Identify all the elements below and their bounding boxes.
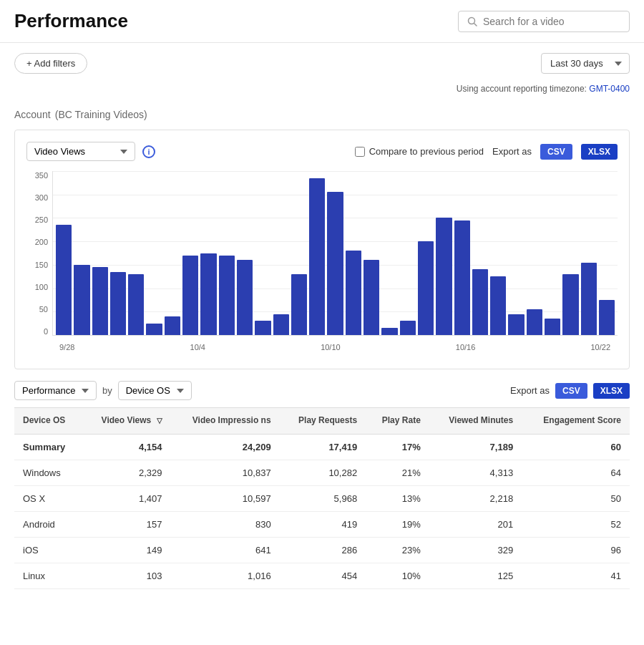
table-row: OS X1,40710,5975,96813%2,21850 — [14, 485, 630, 511]
chart-bar — [110, 272, 126, 335]
table-xlsx-button[interactable]: XLSX — [593, 383, 630, 399]
table-cell-video_views: 149 — [82, 537, 171, 563]
summary-cell-device_os: Summary — [14, 434, 82, 460]
table-cell-engagement_score: 96 — [522, 537, 630, 563]
col-header-engagement-score: Engagement Score — [522, 408, 630, 435]
account-section: Account (BC Training Videos) — [0, 101, 644, 130]
table-cell-play_requests: 10,282 — [280, 460, 366, 485]
summary-cell-video_views: 4,154 — [82, 434, 171, 460]
chart-bar — [454, 220, 470, 335]
svg-line-1 — [474, 23, 477, 26]
table-cell-play_requests: 419 — [280, 511, 366, 537]
search-icon — [467, 16, 477, 26]
table-cell-play_rate: 21% — [366, 460, 429, 485]
search-box[interactable] — [458, 11, 630, 32]
x-axis: 9/28 10/4 10/10 10/16 10/22 — [52, 337, 618, 357]
page-title: Performance — [14, 10, 128, 32]
chart-bar — [436, 218, 452, 335]
chart-bar — [508, 314, 524, 335]
chart-bar — [364, 260, 379, 335]
table-cell-video_impressions: 10,597 — [171, 485, 280, 511]
search-input[interactable] — [483, 16, 620, 27]
summary-row: Summary4,15424,20917,41917%7,18960 — [14, 434, 630, 460]
chart-bar — [346, 251, 361, 335]
table-cell-device_os: iOS — [14, 537, 82, 563]
metric-select[interactable]: Video Views Video Impressions Play Reque… — [26, 142, 135, 161]
table-cell-viewed_minutes: 4,313 — [429, 460, 522, 485]
col-header-video-impressions: Video Impressio ns — [171, 408, 280, 435]
chart-bar — [490, 276, 506, 335]
table-cell-video_views: 2,329 — [82, 460, 171, 485]
table-cell-device_os: Windows — [14, 460, 82, 485]
table-toolbar-right: Export as CSV XLSX — [510, 383, 630, 399]
page-header: Performance — [0, 0, 644, 43]
date-range-select[interactable]: Last 30 days Last 7 days Last 90 days Cu… — [541, 53, 630, 74]
table-cell-play_requests: 454 — [280, 563, 366, 588]
table-cell-video_impressions: 830 — [171, 511, 280, 537]
table-cell-viewed_minutes: 201 — [429, 511, 522, 537]
chart-bar — [581, 263, 597, 335]
table-cell-device_os: Android — [14, 511, 82, 537]
chart-bar — [165, 316, 180, 335]
chart-bar — [381, 328, 397, 335]
table-cell-play_rate: 10% — [366, 563, 429, 588]
col-header-device-os: Device OS — [14, 408, 82, 435]
toolbar: + Add filters Last 30 days Last 7 days L… — [0, 43, 644, 84]
summary-cell-play_requests: 17,419 — [280, 434, 366, 460]
table-row: Windows2,32910,83710,28221%4,31364 — [14, 460, 630, 485]
chart-csv-button[interactable]: CSV — [540, 144, 572, 160]
table-cell-video_impressions: 641 — [171, 537, 280, 563]
table-cell-play_requests: 286 — [280, 537, 366, 563]
compare-checkbox[interactable] — [355, 147, 365, 157]
chart-bar — [418, 241, 434, 335]
bar-chart: 350 300 250 200 150 100 50 0 9/28 10/4 1… — [26, 171, 618, 357]
data-table: Device OS Video Views ▽ Video Impressio … — [14, 407, 630, 589]
chart-bar — [56, 225, 72, 335]
table-row: Android15783041919%20152 — [14, 511, 630, 537]
timezone-link[interactable]: GMT-0400 — [589, 84, 630, 94]
summary-cell-play_rate: 17% — [366, 434, 429, 460]
summary-cell-video_impressions: 24,209 — [171, 434, 280, 460]
chart-bar — [527, 309, 542, 335]
chart-xlsx-button[interactable]: XLSX — [581, 144, 618, 160]
chart-bar — [545, 319, 560, 335]
table-cell-device_os: OS X — [14, 485, 82, 511]
summary-cell-viewed_minutes: 7,189 — [429, 434, 522, 460]
add-filters-button[interactable]: + Add filters — [14, 53, 87, 74]
chart-controls: Video Views Video Impressions Play Reque… — [26, 142, 618, 161]
table-csv-button[interactable]: CSV — [555, 383, 587, 399]
col-header-video-views[interactable]: Video Views ▽ — [82, 408, 171, 435]
col-header-viewed-minutes: Viewed Minutes — [429, 408, 522, 435]
chart-controls-right: Compare to previous period Export as CSV… — [355, 144, 618, 160]
dimension-select[interactable]: Device OS Browser Country Day Video — [118, 381, 192, 400]
info-icon[interactable]: i — [142, 145, 155, 158]
timezone-bar: Using account reporting timezone: GMT-04… — [0, 84, 644, 101]
compare-checkbox-label[interactable]: Compare to previous period — [355, 146, 484, 157]
chart-panel: Video Views Video Impressions Play Reque… — [14, 130, 630, 369]
table-header-row: Device OS Video Views ▽ Video Impressio … — [14, 408, 630, 435]
chart-bar — [128, 274, 144, 335]
chart-controls-left: Video Views Video Impressions Play Reque… — [26, 142, 155, 161]
chart-bar — [327, 192, 343, 335]
chart-bar — [200, 253, 216, 336]
chart-bar — [472, 269, 488, 335]
chart-bar — [182, 256, 198, 335]
y-axis: 350 300 250 200 150 100 50 0 — [26, 171, 52, 336]
chart-bar — [400, 321, 416, 335]
table-row: iOS14964128623%32996 — [14, 537, 630, 563]
table-toolbar-left: Performance Engagement by Device OS Brow… — [14, 381, 192, 400]
table-cell-video_views: 103 — [82, 563, 171, 588]
performance-select[interactable]: Performance Engagement — [14, 381, 97, 400]
table-cell-video_views: 157 — [82, 511, 171, 537]
chart-bar — [255, 321, 270, 335]
table-cell-play_rate: 23% — [366, 537, 429, 563]
table-toolbar: Performance Engagement by Device OS Brow… — [14, 381, 630, 400]
chart-bar — [92, 267, 108, 335]
table-cell-device_os: Linux — [14, 563, 82, 588]
account-title: Account (BC Training Videos) — [14, 104, 630, 122]
table-cell-viewed_minutes: 329 — [429, 537, 522, 563]
sort-arrow: ▽ — [157, 416, 162, 425]
table-section: Performance Engagement by Device OS Brow… — [14, 381, 630, 589]
chart-bar — [599, 300, 615, 335]
chart-bar — [146, 324, 162, 335]
